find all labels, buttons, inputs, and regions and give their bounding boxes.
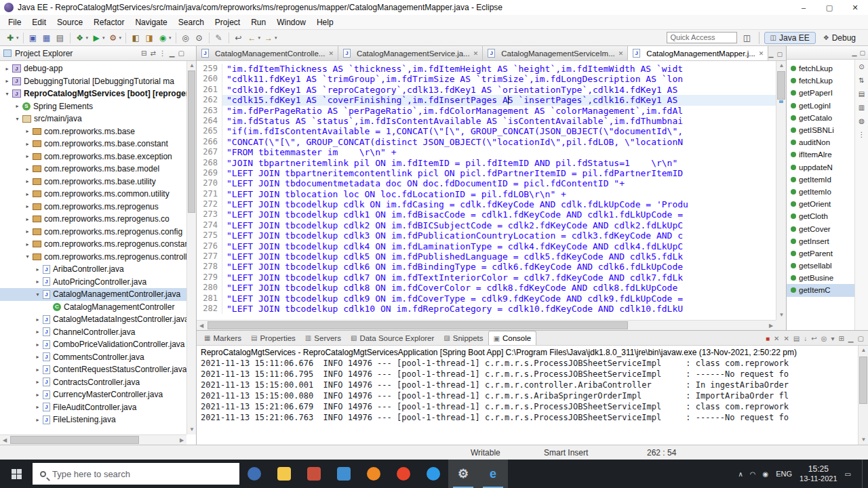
menu-window[interactable]: Window	[271, 16, 311, 29]
back-icon-dropdown[interactable]: ▾	[258, 35, 261, 41]
pin-console-icon[interactable]: ◎	[821, 335, 827, 342]
code-line[interactable]: 275"LEFT JOIN tbcodelkup cdlk3 ON im.fdP…	[197, 230, 776, 241]
tree-item[interactable]: ▸com.reproworks.ms.common.utility	[0, 188, 186, 201]
new-class-icon-dropdown[interactable]: ▾	[169, 35, 172, 41]
scroll-right-arrow-icon[interactable]: ▶	[177, 435, 186, 445]
hide-fields-icon[interactable]: ▤	[859, 90, 865, 98]
close-tab-icon[interactable]: ✕	[618, 50, 624, 57]
scroll-right-arrow-icon[interactable]: ▶	[766, 321, 776, 330]
outline-item[interactable]: getItemId	[787, 174, 854, 186]
code-line[interactable]: 274"LEFT JOIN tbcodelkup cdlk2 ON im.fdB…	[197, 220, 776, 230]
code-editor[interactable]: 259"im.fdItemThickness AS `thickness`,im…	[197, 61, 786, 330]
console-output[interactable]: ReproCatalogMgtServices - ReproCatalogMg…	[197, 346, 868, 445]
editor-tab[interactable]: JCatalogManagementService.ja...✕	[338, 46, 483, 60]
scroll-down-arrow-icon[interactable]: ▼	[776, 310, 786, 320]
new-wizard-icon[interactable]: ✚	[4, 32, 16, 44]
new-wizard-icon-dropdown[interactable]: ▾	[16, 35, 19, 41]
project-tree-vscrollbar[interactable]: ▲ ▼	[186, 61, 196, 434]
expand-arrow-icon[interactable]: ▸	[23, 166, 32, 172]
tree-item[interactable]: ▸JFileAuditController.java	[0, 401, 186, 414]
maximize-view-icon[interactable]: ▢	[858, 335, 864, 342]
code-line[interactable]: 269"LEFT JOIN tbpartneritemcontentlink p…	[197, 168, 776, 178]
scroll-up-arrow-icon[interactable]: ▲	[859, 346, 868, 355]
expand-arrow-icon[interactable]: ▸	[33, 342, 42, 348]
outline-item[interactable]: getISBNLi	[787, 124, 854, 136]
taskbar-brave-icon[interactable]	[389, 460, 418, 488]
new-class-icon[interactable]: ◉	[157, 32, 169, 44]
save-icon[interactable]: ▣	[27, 32, 39, 44]
expand-arrow-icon[interactable]: ▸	[23, 203, 32, 209]
editor-tab[interactable]: JCatalogManagementMapper.j...✕	[628, 46, 768, 60]
quick-access-input[interactable]: Quick Access	[667, 32, 737, 43]
collapse-arrow-icon[interactable]: ▾	[23, 253, 32, 260]
editor-hscrollbar[interactable]: ◀ ▶	[197, 320, 776, 330]
view-menu-icon[interactable]: ⋮	[159, 49, 166, 57]
code-line[interactable]: 281"LEFT JOIN tbcodelkup cdlk9 ON im.fdC…	[197, 293, 776, 304]
tab-markers[interactable]: ▦Markers	[199, 331, 246, 345]
code-line[interactable]: 282"LEFT JOIN tbcodelkup cdlk10 ON im.fd…	[197, 304, 776, 314]
expand-arrow-icon[interactable]: ▸	[13, 103, 22, 109]
minimize-view-icon[interactable]: ▁	[848, 335, 854, 342]
close-tab-icon[interactable]: ✕	[759, 50, 764, 57]
expand-arrow-icon[interactable]: ▸	[33, 404, 42, 410]
tree-item[interactable]: ▸com.reproworks.ms.base.model	[0, 163, 186, 176]
run-external-tools-icon-dropdown[interactable]: ▾	[119, 35, 122, 41]
taskbar-eclipse-icon[interactable]: ⚙	[448, 460, 478, 488]
new-package-icon[interactable]: ◨	[143, 32, 155, 44]
code-line[interactable]: 262"cdlk15.fdKey1 AS `coverFinishing`,im…	[197, 95, 776, 105]
clear-console-icon[interactable]: ▤	[793, 335, 800, 342]
maximize-button[interactable]: ▢	[816, 0, 842, 15]
taskbar-firefox-icon[interactable]	[359, 460, 389, 488]
focus-icon[interactable]: ⊙	[859, 63, 864, 70]
expand-arrow-icon[interactable]: ▸	[23, 216, 32, 222]
scroll-up-arrow-icon[interactable]: ▲	[776, 61, 786, 70]
project-tree-hscrollbar[interactable]: ◀ ▶	[0, 434, 186, 445]
code-line[interactable]: 280"LEFT JOIN tbcodelkup cdlk8 ON im.fdC…	[197, 283, 776, 293]
project-explorer-title[interactable]: Project Explorer	[15, 49, 73, 58]
scroll-left-arrow-icon[interactable]: ◀	[0, 435, 9, 445]
taskbar-ide-icon[interactable]: e	[478, 460, 508, 488]
tray-network-icon[interactable]: ◠	[750, 470, 756, 478]
outline-item[interactable]: getOrient	[787, 198, 854, 210]
outline-item[interactable]: getPaperI	[787, 87, 854, 99]
remove-all-launches-icon[interactable]: ✕	[783, 335, 789, 342]
open-perspective-icon[interactable]: ◫	[741, 32, 753, 44]
scroll-lock-icon[interactable]: ↓	[804, 335, 807, 342]
maximize-view-icon[interactable]: ▢	[776, 51, 783, 58]
expand-arrow-icon[interactable]: ▸	[33, 317, 42, 323]
expand-arrow-icon[interactable]: ▸	[33, 279, 42, 285]
collapse-arrow-icon[interactable]: ▾	[13, 116, 22, 122]
collapse-arrow-icon[interactable]: ▾	[33, 291, 42, 298]
outline-item[interactable]: getItemIo	[787, 186, 854, 198]
minimize-view-icon[interactable]: ▁	[769, 51, 774, 58]
minimize-view-icon[interactable]: ▁	[852, 49, 857, 56]
expand-arrow-icon[interactable]: ▸	[3, 78, 12, 84]
tree-item[interactable]: ▸com.reproworks.ms.reprogenus.config	[0, 226, 186, 239]
expand-arrow-icon[interactable]: ▸	[33, 367, 42, 373]
outline-item[interactable]: getItemC	[787, 284, 854, 296]
code-line[interactable]: 279"LEFT JOIN tbcodelkup cdlk7 ON im.fdT…	[197, 272, 776, 283]
editor-tab[interactable]: JCatalogManagementServiceIm...✕	[483, 46, 628, 60]
print-icon[interactable]: ▤	[54, 32, 66, 44]
tree-item[interactable]: ▸com.reproworks.ms.base.utility	[0, 176, 186, 188]
back-icon[interactable]: ←	[246, 32, 258, 44]
language-indicator[interactable]: ENG	[776, 470, 792, 478]
tree-item[interactable]: ▸com.reproworks.ms.base.constant	[0, 138, 186, 150]
menu-source[interactable]: Source	[52, 16, 88, 29]
code-line[interactable]: 266"CONCAT(\"[\", GROUP_CONCAT(distinct …	[197, 137, 776, 147]
expand-arrow-icon[interactable]: ▸	[33, 417, 42, 423]
expand-arrow-icon[interactable]: ▸	[23, 178, 32, 184]
hide-non-public-icon[interactable]: ◍	[859, 117, 865, 125]
tab-console[interactable]: ▣Console	[488, 331, 537, 345]
perspective-java-ee[interactable]: ◫Java EE	[764, 32, 816, 44]
taskbar-search[interactable]: Type here to search	[33, 463, 239, 485]
expand-arrow-icon[interactable]: ▸	[23, 128, 32, 134]
collapse-all-icon[interactable]: ⊟	[141, 49, 146, 57]
scroll-left-arrow-icon[interactable]: ◀	[197, 321, 206, 330]
expand-arrow-icon[interactable]: ▸	[23, 228, 32, 235]
action-center-icon[interactable]: ▭	[845, 470, 851, 478]
tree-item[interactable]: CCatalogManagementController	[0, 301, 186, 314]
tree-item[interactable]: ▸JComboPriceValidationController.java	[0, 338, 186, 351]
menu-refactor[interactable]: Refactor	[88, 16, 130, 29]
collapse-arrow-icon[interactable]: ▾	[3, 91, 12, 97]
